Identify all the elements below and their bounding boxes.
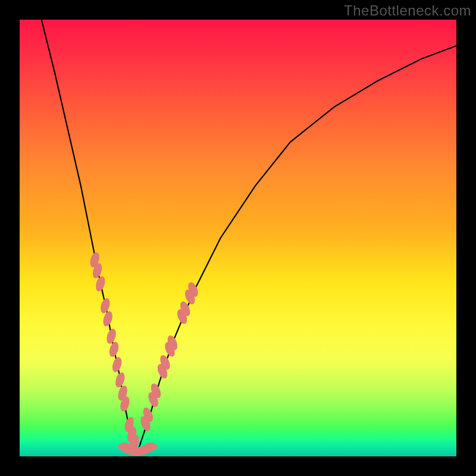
right-curve-path [137, 46, 456, 452]
bead-markers [89, 251, 200, 456]
watermark-text: TheBottleneck.com [344, 2, 471, 19]
right-curve [137, 46, 456, 452]
bead-marker [144, 443, 157, 451]
chart-frame: TheBottleneck.com [0, 0, 476, 476]
curves-svg [20, 20, 456, 456]
plot-area [20, 20, 456, 456]
bead-marker [111, 356, 123, 373]
